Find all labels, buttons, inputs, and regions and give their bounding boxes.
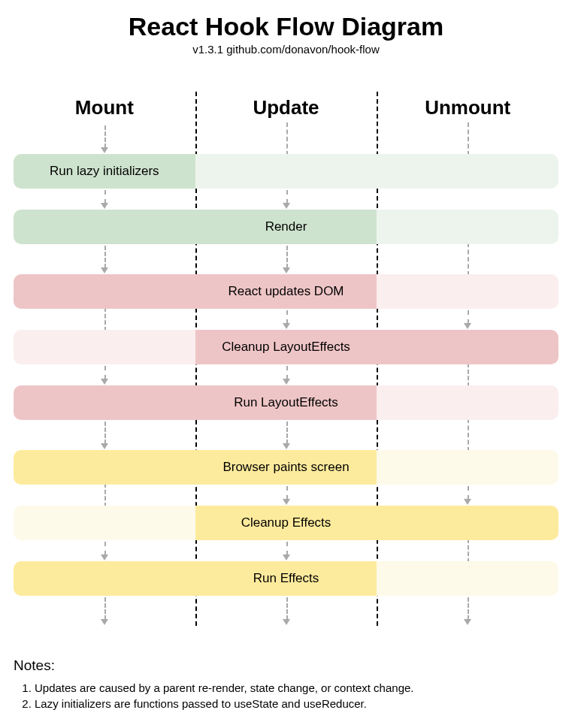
arrow-down-icon: [195, 309, 377, 330]
stage-label: React updates DOM: [195, 274, 377, 309]
notes-heading: Notes:: [14, 657, 558, 674]
stage-cleanup-layout-effects: Cleanup LayoutEffects: [14, 330, 558, 364]
stage-label: Cleanup LayoutEffects: [195, 330, 377, 364]
flow-line: [14, 309, 195, 330]
stage-render: Render: [14, 210, 558, 244]
stage-label: Run LayoutEffects: [195, 385, 377, 420]
page-title: React Hook Flow Diagram: [14, 12, 558, 41]
flow-line: [195, 124, 377, 154]
flow-line: [377, 124, 558, 154]
arrow-down-icon: [195, 244, 377, 274]
arrow-down-icon: [377, 596, 558, 626]
note-item: Updates are caused by a parent re-render…: [35, 681, 558, 694]
arrow-down-icon: [14, 420, 195, 450]
diagram-grid: Mount Update Unmount Run lazy initialize…: [14, 92, 558, 626]
stage-run-effects: Run Effects: [14, 561, 558, 596]
stage-cleanup-effects: Cleanup Effects: [14, 506, 558, 540]
stage-label: Render: [195, 210, 377, 244]
arrow-down-icon: [377, 309, 558, 330]
page-subtitle: v1.3.1 github.com/donavon/hook-flow: [14, 43, 558, 56]
flow-line: [377, 420, 558, 450]
notes-section: Notes: Updates are caused by a parent re…: [14, 657, 558, 710]
stage-label: Run lazy initializers: [14, 154, 195, 189]
column-header-mount: Mount: [14, 92, 195, 124]
flow-line: [377, 244, 558, 274]
arrow-down-icon: [14, 596, 195, 626]
stage-browser-paints: Browser paints screen: [14, 450, 558, 485]
stage-run-layout-effects: Run LayoutEffects: [14, 385, 558, 420]
note-item: Lazy initializers are functions passed t…: [35, 697, 558, 710]
column-header-update: Update: [195, 92, 377, 124]
arrow-down-icon: [377, 485, 558, 506]
flow-line: [377, 540, 558, 561]
stage-label: Cleanup Effects: [195, 506, 377, 540]
column-header-unmount: Unmount: [377, 92, 558, 124]
flow-line: [14, 485, 195, 506]
arrow-down-icon: [14, 124, 195, 154]
stage-label: Run Effects: [195, 561, 377, 596]
stage-update-dom: React updates DOM: [14, 274, 558, 309]
arrow-down-icon: [195, 189, 377, 210]
arrow-down-icon: [195, 540, 377, 561]
stage-label: Browser paints screen: [195, 450, 377, 485]
arrow-down-icon: [195, 485, 377, 506]
arrow-down-icon: [14, 364, 195, 385]
stage-lazy-initializers: Run lazy initializers: [14, 154, 558, 189]
arrow-down-icon: [14, 244, 195, 274]
arrow-down-icon: [195, 364, 377, 385]
flow-line: [377, 364, 558, 385]
arrow-down-icon: [14, 540, 195, 561]
arrow-down-icon: [195, 420, 377, 450]
arrow-down-icon: [14, 189, 195, 210]
arrow-down-icon: [195, 596, 377, 626]
